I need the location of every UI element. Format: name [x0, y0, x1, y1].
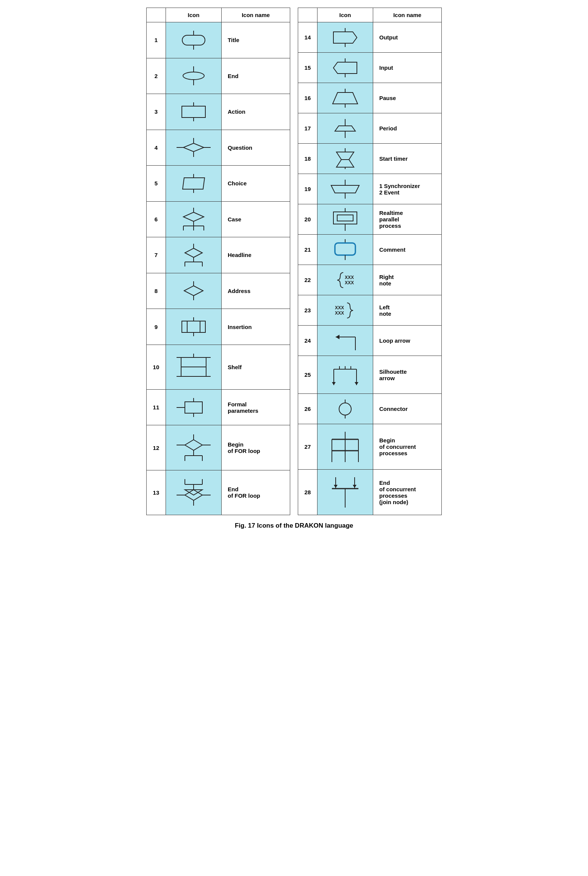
svg-rect-46 — [185, 402, 202, 413]
icon-cell — [166, 166, 221, 202]
icon-cell — [166, 94, 221, 130]
icon-cell: XXX XXX — [317, 295, 373, 326]
row-num: 3 — [147, 94, 166, 130]
row-num: 27 — [298, 424, 317, 470]
svg-marker-15 — [183, 178, 205, 189]
svg-marker-67 — [333, 32, 357, 43]
icon-cell — [317, 424, 373, 470]
left-table: Icon Icon name 1 Title 2 — [146, 8, 290, 515]
row-num: 16 — [298, 83, 317, 113]
table-row: 13 End of FOR loop — [147, 470, 290, 515]
row-num: 25 — [298, 356, 317, 394]
icon-name: End of concurrent processes (join node) — [373, 470, 441, 515]
icon-cell: XXX XXX — [317, 265, 373, 295]
icon-cell — [317, 235, 373, 265]
svg-marker-73 — [333, 92, 358, 104]
table-row: 3 Action — [147, 94, 290, 130]
table-row: 10 Shelf — [147, 345, 290, 389]
icon-name: Comment — [373, 235, 441, 265]
row-num: 2 — [147, 58, 166, 94]
icon-name: End — [221, 58, 290, 94]
icon-name: Realtime parallel process — [373, 204, 441, 235]
svg-marker-25 — [185, 248, 202, 257]
table-row: 24 Loop arrow — [298, 326, 442, 356]
table-row: 8 Address — [147, 273, 290, 309]
table-row: 21 Comment — [298, 235, 442, 265]
icon-cell — [166, 201, 221, 237]
svg-marker-83 — [331, 185, 359, 193]
table-row: 12 Begin of FOR loop — [147, 425, 290, 470]
icon-cell — [317, 83, 373, 113]
svg-rect-7 — [182, 106, 205, 118]
row-num: 6 — [147, 201, 166, 237]
icon-name: Start timer — [373, 144, 441, 174]
icon-name: Begin of FOR loop — [221, 425, 290, 470]
svg-marker-79 — [336, 152, 354, 160]
svg-marker-61 — [185, 490, 202, 495]
icon-name: Input — [373, 53, 441, 83]
row-num: 12 — [147, 425, 166, 470]
table-row: 9 Insertion — [147, 309, 290, 345]
svg-marker-76 — [335, 126, 355, 131]
tables-container: Icon Icon name 1 Title 2 — [146, 8, 442, 515]
svg-marker-80 — [336, 160, 354, 167]
icon-name: Question — [221, 130, 290, 166]
row-num: 7 — [147, 237, 166, 273]
svg-marker-18 — [183, 212, 204, 221]
right-header-num — [298, 8, 317, 22]
svg-rect-1 — [182, 35, 205, 45]
table-row: 25 — [298, 356, 442, 394]
svg-marker-98 — [336, 335, 339, 339]
table-row: 17 Period — [298, 113, 442, 144]
svg-rect-90 — [335, 243, 355, 255]
row-num: 11 — [147, 389, 166, 425]
table-row: 28 — [298, 470, 442, 515]
icon-cell — [166, 273, 221, 309]
svg-point-110 — [339, 403, 351, 415]
table-row: 23 XXX XXX Left note — [298, 295, 442, 326]
icon-cell — [166, 130, 221, 166]
svg-marker-124 — [353, 485, 357, 488]
svg-marker-106 — [332, 382, 336, 385]
svg-text:XXX: XXX — [345, 275, 354, 280]
icon-name: Silhouette arrow — [373, 356, 441, 394]
row-num: 21 — [298, 235, 317, 265]
svg-marker-10 — [183, 143, 204, 152]
row-num: 5 — [147, 166, 166, 202]
icon-cell — [317, 204, 373, 235]
left-header-icon: Icon — [166, 8, 221, 22]
row-num: 13 — [147, 470, 166, 515]
icon-cell — [317, 144, 373, 174]
row-num: 18 — [298, 144, 317, 174]
icon-name: Left note — [373, 295, 441, 326]
left-header-name: Icon name — [221, 8, 290, 22]
icon-cell — [166, 389, 221, 425]
table-row: 1 Title — [147, 22, 290, 58]
icon-cell — [317, 394, 373, 424]
row-num: 28 — [298, 470, 317, 515]
svg-marker-122 — [334, 485, 338, 488]
row-num: 8 — [147, 273, 166, 309]
table-row: 11 Formal parameters — [147, 389, 290, 425]
icon-cell — [317, 113, 373, 144]
svg-marker-108 — [355, 382, 358, 385]
row-num: 20 — [298, 204, 317, 235]
icon-cell — [317, 174, 373, 204]
icon-cell — [317, 470, 373, 515]
icon-name: Pause — [373, 83, 441, 113]
table-row: 16 Pause — [298, 83, 442, 113]
icon-name: Case — [221, 201, 290, 237]
icon-cell — [166, 237, 221, 273]
svg-text:XXX: XXX — [335, 310, 344, 316]
row-num: 14 — [298, 22, 317, 53]
row-num: 22 — [298, 265, 317, 295]
icon-name: Output — [373, 22, 441, 53]
icon-cell — [166, 425, 221, 470]
row-num: 1 — [147, 22, 166, 58]
icon-cell — [166, 58, 221, 94]
icon-name: Insertion — [221, 309, 290, 345]
svg-rect-34 — [182, 321, 205, 332]
icon-cell — [166, 309, 221, 345]
right-header-icon: Icon — [317, 8, 373, 22]
right-header-name: Icon name — [373, 8, 441, 22]
